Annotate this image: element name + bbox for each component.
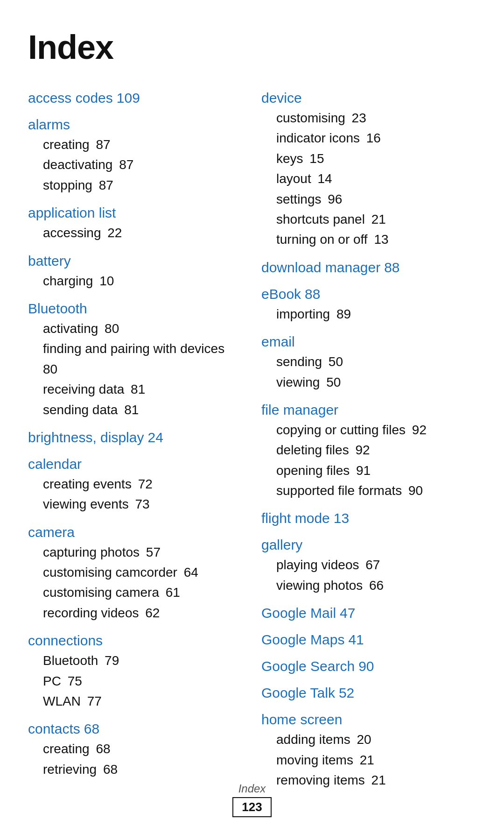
index-entry: file managercopying or cutting files 92d… xyxy=(261,401,476,501)
sub-item: receiving data 81 xyxy=(43,379,243,399)
entry-header: home screen xyxy=(261,710,476,728)
sub-item: stopping 87 xyxy=(43,175,243,195)
entry-label: home screen xyxy=(261,712,342,727)
sub-item-page: 23 xyxy=(348,111,366,125)
index-entry: Bluetoothactivating 80finding and pairin… xyxy=(28,299,243,420)
sub-items-list: charging 10 xyxy=(43,271,243,291)
sub-item-page: 73 xyxy=(132,497,150,511)
sub-item-page: 80 xyxy=(101,321,119,336)
sub-item: deleting files 92 xyxy=(276,440,476,460)
index-entry: Google Talk52 xyxy=(261,684,476,702)
index-entry: home screenadding items 20moving items 2… xyxy=(261,710,476,790)
entry-header: email xyxy=(261,332,476,351)
entry-header: Bluetooth xyxy=(28,299,243,318)
sub-item-page: 92 xyxy=(352,443,370,457)
footer-page-number: 123 xyxy=(232,797,271,817)
sub-item-page: 81 xyxy=(127,382,145,396)
sub-item-page: 92 xyxy=(408,423,427,437)
index-entry: access codes109 xyxy=(28,89,243,107)
sub-item: retrieving 68 xyxy=(43,759,243,779)
sub-item: sending data 81 xyxy=(43,400,243,420)
sub-item: keys 15 xyxy=(276,148,476,169)
sub-item-text: settings xyxy=(276,192,322,206)
sub-item-page: 91 xyxy=(352,463,371,478)
sub-item-text: keys xyxy=(276,151,303,166)
entry-page: 68 xyxy=(84,721,99,736)
index-entry: download manager88 xyxy=(261,258,476,276)
sub-item-text: customising camera xyxy=(43,585,159,600)
sub-item-text: supported file formats xyxy=(276,483,402,498)
sub-item-text: opening files xyxy=(276,463,350,478)
sub-item-page: 13 xyxy=(371,232,389,247)
sub-item-page: 87 xyxy=(115,157,133,172)
index-entry: brightness, display24 xyxy=(28,428,243,446)
entry-page: 88 xyxy=(305,286,320,302)
sub-item: opening files 91 xyxy=(276,460,476,481)
sub-item: deactivating 87 xyxy=(43,155,243,175)
sub-item-text: activating xyxy=(43,321,98,336)
index-entry: calendarcreating events 72viewing events… xyxy=(28,455,243,515)
sub-item-text: playing videos xyxy=(276,558,359,572)
sub-item: supported file formats 90 xyxy=(276,481,476,501)
sub-item: indicator icons 16 xyxy=(276,128,476,148)
entry-label: camera xyxy=(28,524,75,540)
sub-item: viewing photos 66 xyxy=(276,575,476,595)
entry-label: Google Maps xyxy=(261,632,344,647)
sub-item: finding and pairing with devices 80 xyxy=(43,339,243,379)
sub-item: recording videos 62 xyxy=(43,603,243,623)
entry-header: brightness, display24 xyxy=(28,428,243,446)
sub-item-text: creating xyxy=(43,137,90,152)
page-title: Index xyxy=(28,28,476,66)
entry-label: device xyxy=(261,90,302,106)
sub-item: shortcuts panel 21 xyxy=(276,209,476,229)
sub-item: sending 50 xyxy=(276,352,476,372)
entry-header: flight mode13 xyxy=(261,509,476,527)
entry-header: download manager88 xyxy=(261,258,476,276)
sub-item-text: moving items xyxy=(276,753,353,767)
sub-item-text: shortcuts panel xyxy=(276,212,365,226)
entry-label: file manager xyxy=(261,402,338,417)
sub-item-text: customising xyxy=(276,111,345,125)
entry-label: battery xyxy=(28,253,71,269)
sub-item-page: 75 xyxy=(64,674,82,688)
sub-item: playing videos 67 xyxy=(276,555,476,575)
sub-item-page: 61 xyxy=(162,585,180,600)
entry-label: Google Search xyxy=(261,658,355,674)
sub-item: creating 87 xyxy=(43,134,243,155)
entry-label: eBook xyxy=(261,286,301,302)
sub-item: viewing events 73 xyxy=(43,494,243,514)
entry-page: 13 xyxy=(334,510,349,526)
entry-header: file manager xyxy=(261,401,476,419)
index-entry: Google Maps41 xyxy=(261,630,476,649)
index-entry: Google Search90 xyxy=(261,657,476,675)
entry-header: application list xyxy=(28,204,243,222)
entry-header: access codes109 xyxy=(28,89,243,107)
index-entry: contacts68creating 68retrieving 68 xyxy=(28,720,243,779)
sub-item-page: 14 xyxy=(314,171,332,186)
sub-item-page: 64 xyxy=(180,565,198,580)
right-column: devicecustomising 23indicator icons 16ke… xyxy=(261,89,476,799)
sub-item-page: 87 xyxy=(92,137,111,152)
sub-item-page: 90 xyxy=(405,483,423,498)
sub-item: capturing photos 57 xyxy=(43,542,243,562)
index-columns: access codes109alarmscreating 87deactiva… xyxy=(28,89,476,799)
entry-header: connections xyxy=(28,631,243,650)
page-footer: Index 123 xyxy=(0,782,504,817)
sub-item-text: turning on or off xyxy=(276,232,368,247)
entry-label: flight mode xyxy=(261,510,330,526)
sub-item-text: customising camcorder xyxy=(43,565,177,580)
sub-item-text: viewing photos xyxy=(276,578,363,593)
index-entry: connectionsBluetooth 79PC 75WLAN 77 xyxy=(28,631,243,711)
sub-items-list: activating 80finding and pairing with de… xyxy=(43,318,243,420)
sub-item-text: finding and pairing with devices xyxy=(43,341,224,356)
entry-label: connections xyxy=(28,633,103,648)
sub-item-text: PC xyxy=(43,674,61,688)
index-entry: application listaccessing 22 xyxy=(28,204,243,243)
entry-label: Google Mail xyxy=(261,605,336,621)
entry-header: battery xyxy=(28,252,243,270)
entry-header: eBook88 xyxy=(261,285,476,303)
sub-item-text: creating events xyxy=(43,477,132,491)
sub-item-page: 20 xyxy=(353,732,371,747)
sub-items-list: sending 50viewing 50 xyxy=(276,352,476,392)
sub-item: turning on or off 13 xyxy=(276,229,476,249)
